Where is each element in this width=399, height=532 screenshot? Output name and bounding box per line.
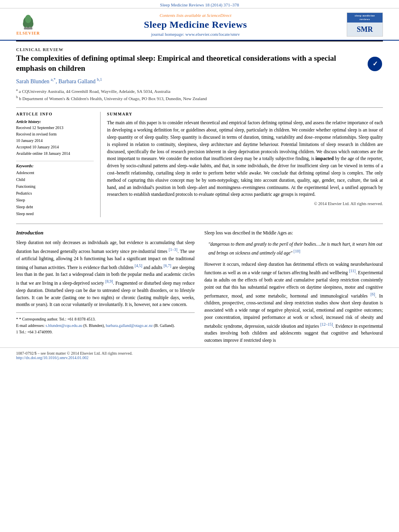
keyword-functioning: Functioning <box>16 183 94 190</box>
smr-logo: sleep medicinereviews SMR <box>347 12 383 37</box>
author-names: Sarah Blunden a,*, Barbara Galland b,1 <box>16 78 102 84</box>
keyword-adolescent: Adolescent <box>16 169 94 176</box>
footnote-email2-link[interactable]: barbara.galland@otago.ac.nz <box>106 323 153 328</box>
article-content: CLINICAL REVIEW The complexities of defi… <box>0 41 399 347</box>
received-2-label: Received in revised form <box>16 131 94 138</box>
ref-1-3[interactable]: [1–3] <box>169 247 178 252</box>
journal-citation: Sleep Medicine Reviews 18 (2014) 371–378 <box>0 0 399 8</box>
smr-logo-top: sleep medicinereviews <box>347 13 383 23</box>
ref-12-15[interactable]: [12–15] <box>320 322 333 327</box>
keywords-section: Keywords: Adolescent Child Functioning P… <box>16 161 94 217</box>
summary-panel: SUMMARY The main aim of this paper is to… <box>107 112 383 217</box>
received-1: Received 12 September 2013 <box>16 125 94 131</box>
elsevier-logo-area: ELSEVIER <box>12 14 44 35</box>
issn-line: 1087-0792/$ – see front matter © 2014 El… <box>16 351 383 355</box>
journal-homepage: journal homepage: www.elsevier.com/locat… <box>44 32 347 37</box>
sleep-loss-heading: Sleep loss was described in the Middle A… <box>204 230 383 237</box>
journal-masthead: ELSEVIER Contents lists available at Sci… <box>0 8 399 41</box>
authors-line: Sarah Blunden a,*, Barbara Galland b,1 <box>16 77 383 85</box>
crossmark-icon[interactable]: ✓ <box>368 57 382 71</box>
keyword-child: Child <box>16 176 94 183</box>
keyword-pediatrics: Pediatrics <box>16 190 94 197</box>
footnote-email: E-mail addresses: s.blunden@cqu.edu.au (… <box>16 322 195 329</box>
smr-logo-area: sleep medicinereviews SMR <box>347 12 387 37</box>
middle-ages-quote: "dangerous to them and greatly to the pe… <box>208 241 383 257</box>
elsevier-label: ELSEVIER <box>16 31 40 35</box>
ref-10[interactable]: [10] <box>294 249 300 253</box>
elsevier-logo: ELSEVIER <box>12 14 44 35</box>
ref-4-5[interactable]: [4,5] <box>135 263 142 268</box>
article-info-heading: ARTICLE INFO <box>16 112 94 116</box>
svg-text:✓: ✓ <box>372 60 378 67</box>
elsevier-tree-icon <box>20 14 36 30</box>
section-divider <box>16 224 383 224</box>
impacted-word: impacted <box>315 156 333 161</box>
affiliations: a a CQUniversity Australia, 44 Greenhill… <box>16 87 383 102</box>
section-label: CLINICAL REVIEW <box>16 41 383 53</box>
crossmark-area[interactable]: ✓ <box>367 56 383 72</box>
body-right-col: Sleep loss was described in the Middle A… <box>204 230 383 347</box>
ref-6-7[interactable]: [6,7] <box>164 263 171 268</box>
available-date: Available online 18 January 2014 <box>16 150 94 157</box>
keyword-sleep-need: Sleep need <box>16 210 94 217</box>
crossmark-svg: ✓ <box>369 58 381 70</box>
copyright-line: © 2014 Elsevier Ltd. All rights reserved… <box>107 201 383 206</box>
footnote-email-label: E-mail addresses: <box>16 323 45 328</box>
sciencedirect-link: Contents lists available at ScienceDirec… <box>44 13 347 18</box>
homepage-url[interactable]: www.elsevier.com/locate/smrv <box>185 32 240 37</box>
footnote-corresponding: * * Corresponding author. Tel.: +61 8 83… <box>16 316 195 322</box>
article-title: The complexities of defining optimal sle… <box>16 53 367 73</box>
received-2-date: 10 January 2014 <box>16 138 94 144</box>
affiliation-a: a a CQUniversity Australia, 44 Greenhill… <box>16 87 383 94</box>
title-row: The complexities of defining optimal sle… <box>16 53 383 73</box>
article-info-panel: ARTICLE INFO Article history: Received 1… <box>16 112 101 217</box>
svg-point-4 <box>25 14 31 23</box>
sciencedirect-prefix: Contents lists available at <box>160 13 207 18</box>
summary-heading: SUMMARY <box>107 112 383 116</box>
keyword-sleep: Sleep <box>16 197 94 203</box>
doi-line: http://dx.doi.org/10.1016/j.smrv.2014.01… <box>16 355 383 360</box>
ref-8-9[interactable]: [8,9] <box>105 279 113 283</box>
affiliation-b: b b Department of Women's & Children's H… <box>16 94 383 102</box>
footnote-corresponding-text: * Corresponding author. Tel.: +61 8 8378… <box>19 317 96 321</box>
keywords-label: Keywords: <box>16 164 94 168</box>
journal-title-area: Contents lists available at ScienceDirec… <box>44 13 347 37</box>
svg-rect-5 <box>24 27 33 29</box>
sciencedirect-name[interactable]: ScienceDirect <box>207 13 231 18</box>
body-left-col: Introduction Sleep duration not only dec… <box>16 230 195 347</box>
smr-logo-bottom: SMR <box>347 23 383 36</box>
footnote-star: * <box>16 317 19 321</box>
article-dates: Received 12 September 2013 Received in r… <box>16 125 94 157</box>
article-info-summary: ARTICLE INFO Article history: Received 1… <box>16 107 383 217</box>
body-columns: Introduction Sleep duration not only dec… <box>16 230 383 347</box>
journal-citation-text: Sleep Medicine Reviews 18 (2014) 371–378 <box>160 2 239 7</box>
footnote-1: 1 Tel.: +64 3 4740999. <box>16 329 195 335</box>
footnote-email1-name: (S. Blunden), <box>83 323 106 328</box>
homepage-prefix: journal homepage: <box>151 32 185 37</box>
intro-heading: Introduction <box>16 230 195 236</box>
keyword-sleep-debt: Sleep debt <box>16 203 94 210</box>
accepted-date: Accepted 10 January 2014 <box>16 144 94 150</box>
footnote-email1-link[interactable]: s.blunden@cqu.edu.au <box>45 323 82 328</box>
footnote-email2-name: (B. Galland). <box>154 323 175 328</box>
body-right-p1: However it occurs, reduced sleep duratio… <box>204 261 383 344</box>
journal-title: Sleep Medicine Reviews <box>44 19 347 30</box>
summary-text: The main aim of this paper is to conside… <box>107 119 383 198</box>
body-intro-text: Sleep duration not only decreases as ind… <box>16 239 195 308</box>
keywords-list: Adolescent Child Functioning Pediatrics … <box>16 169 94 217</box>
bottom-bar: 1087-0792/$ – see front matter © 2014 El… <box>0 347 399 363</box>
ref-11[interactable]: [11] <box>349 269 356 273</box>
doi-link[interactable]: http://dx.doi.org/10.1016/j.smrv.2014.01… <box>16 355 88 360</box>
footnotes: * * Corresponding author. Tel.: +61 8 83… <box>16 312 195 335</box>
history-label: Article history: <box>16 119 94 124</box>
ref-6[interactable]: [6] <box>370 292 375 296</box>
